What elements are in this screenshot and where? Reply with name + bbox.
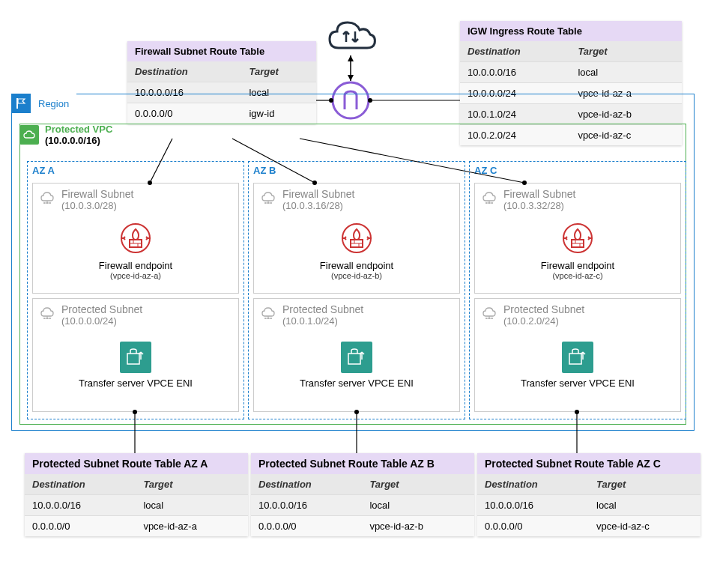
svg-rect-17: [127, 354, 139, 364]
subnet-name: Protected Subnet: [61, 303, 142, 315]
col-destination: Destination: [251, 474, 362, 495]
firewall-subnet-c: Firewall Subnet(10.0.3.32/28) Firewall e…: [474, 183, 681, 294]
firewall-endpoint-id: (vpce-id-az-c): [475, 271, 680, 280]
vpce-label: Transfer server VPCE ENI: [33, 378, 238, 389]
firewall-subnet-a: Firewall Subnet(10.0.3.0/28) Firewall en…: [32, 183, 239, 294]
vpce-eni-icon: [562, 342, 593, 373]
subnet-icon: [37, 303, 57, 323]
subnet-cidr: (10.0.3.0/28): [61, 200, 134, 211]
subnet-icon: [479, 188, 499, 207]
vpc-cloud-icon: [19, 125, 39, 145]
subnet-cidr: (10.0.3.32/28): [503, 200, 576, 211]
firewall-icon: [33, 222, 238, 257]
table-row: 10.0.0.0/16local: [25, 495, 248, 516]
svg-marker-52: [348, 75, 354, 81]
vpc-cidr: (10.0.0.0/16): [45, 135, 112, 146]
az-label: AZ B: [249, 162, 465, 179]
vpce-label: Transfer server VPCE ENI: [475, 378, 680, 389]
svg-rect-33: [348, 354, 360, 364]
subnet-icon: [37, 188, 57, 207]
firewall-endpoint-id: (vpce-id-az-a): [33, 271, 238, 280]
protected-subnet-route-table-b: Protected Subnet Route Table AZ B Destin…: [251, 453, 474, 536]
firewall-endpoint-label: Firewall endpoint: [475, 260, 680, 271]
protected-subnet-c: Protected Subnet(10.0.2.0/24) Transfer s…: [474, 298, 681, 412]
col-target: Target: [570, 41, 682, 62]
vpc-tab: Protected VPC (10.0.0.0/16): [19, 124, 118, 146]
col-destination: Destination: [25, 474, 136, 495]
table-title: Firewall Subnet Route Table: [127, 41, 316, 61]
region-label: Region: [31, 98, 76, 109]
subnet-name: Firewall Subnet: [503, 188, 576, 200]
protected-subnet-route-table-c: Protected Subnet Route Table AZ C Destin…: [477, 453, 701, 536]
table-row: 10.0.0.0/16local: [477, 495, 701, 516]
col-target: Target: [589, 474, 701, 495]
col-destination: Destination: [477, 474, 589, 495]
firewall-icon: [254, 222, 459, 257]
table-row: 10.0.0.0/16local: [460, 62, 682, 83]
az-label: AZ A: [28, 162, 243, 179]
subnet-name: Firewall Subnet: [282, 188, 355, 200]
subnet-cidr: (10.0.3.16/28): [282, 200, 355, 211]
az-c-box: AZ C Firewall Subnet(10.0.3.32/28) Firew…: [469, 161, 686, 419]
az-b-box: AZ B Firewall Subnet(10.0.3.16/28) Firew…: [248, 161, 465, 419]
table-title: Protected Subnet Route Table AZ A: [25, 453, 248, 474]
col-target: Target: [136, 474, 248, 495]
firewall-icon: [475, 222, 680, 257]
firewall-endpoint-id: (vpce-id-az-b): [254, 271, 459, 280]
vpce-label: Transfer server VPCE ENI: [254, 378, 459, 389]
region-flag-icon: [11, 94, 31, 113]
table-title: Protected Subnet Route Table AZ B: [251, 453, 474, 474]
subnet-icon: [258, 303, 278, 323]
protected-subnet-route-table-a: Protected Subnet Route Table AZ A Destin…: [25, 453, 248, 536]
subnet-cidr: (10.0.1.0/24): [282, 315, 363, 327]
subnet-name: Firewall Subnet: [61, 188, 134, 200]
table-row: 0.0.0.0/0vpce-id-az-b: [251, 516, 474, 537]
firewall-endpoint-label: Firewall endpoint: [33, 260, 238, 271]
svg-rect-49: [569, 354, 581, 364]
table-row: 0.0.0.0/0vpce-id-az-c: [477, 516, 701, 537]
vpce-eni-icon: [341, 342, 372, 373]
col-destination: Destination: [127, 61, 241, 82]
region-tab: Region: [11, 94, 76, 113]
subnet-name: Protected Subnet: [282, 303, 363, 315]
vpc-name: Protected VPC: [45, 124, 112, 135]
col-target: Target: [241, 61, 316, 82]
subnet-icon: [258, 188, 278, 207]
subnet-name: Protected Subnet: [503, 303, 584, 315]
cloud-icon: [324, 16, 378, 58]
protected-subnet-b: Protected Subnet(10.0.1.0/24) Transfer s…: [253, 298, 460, 412]
protected-subnet-a: Protected Subnet(10.0.0.0/24) Transfer s…: [32, 298, 239, 412]
firewall-endpoint-label: Firewall endpoint: [254, 260, 459, 271]
az-label: AZ C: [470, 162, 686, 179]
col-destination: Destination: [460, 41, 570, 62]
az-a-box: AZ A Firewall Subnet(10.0.3.0/28) Firewa…: [27, 161, 244, 419]
firewall-subnet-b: Firewall Subnet(10.0.3.16/28) Firewall e…: [253, 183, 460, 294]
table-row: 0.0.0.0/0vpce-id-az-a: [25, 516, 248, 537]
table-row: 10.0.0.0/16local: [251, 495, 474, 516]
table-title: IGW Ingress Route Table: [460, 21, 682, 41]
col-target: Target: [362, 474, 474, 495]
vpce-eni-icon: [120, 342, 151, 373]
table-title: Protected Subnet Route Table AZ C: [477, 453, 701, 474]
subnet-cidr: (10.0.0.0/24): [61, 315, 142, 327]
subnet-cidr: (10.0.2.0/24): [503, 315, 584, 327]
subnet-icon: [479, 303, 499, 323]
